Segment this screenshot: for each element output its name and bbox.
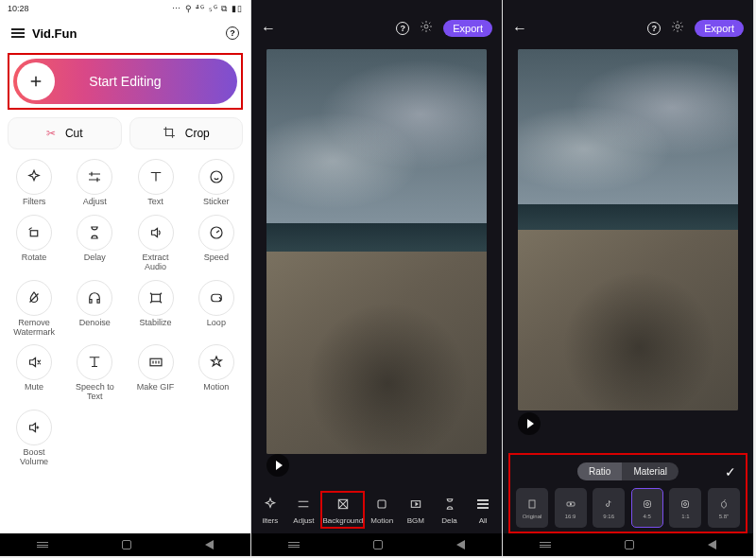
toolbar-delay[interactable]: Dela	[433, 495, 467, 525]
toolbar-label: Motion	[370, 516, 393, 525]
tool-motion[interactable]: Motion	[186, 344, 247, 402]
cut-label: Cut	[65, 127, 83, 140]
tool-denoise[interactable]: Denoise	[64, 280, 125, 338]
tool-label: Boost Volume	[20, 448, 48, 467]
nav-recent-icon[interactable]	[37, 542, 48, 548]
ratio-label: 9:16	[603, 514, 614, 519]
status-time: 10:28	[8, 4, 29, 13]
motion-icon	[374, 497, 389, 512]
nav-bar	[0, 533, 250, 556]
rotate-icon	[26, 224, 43, 241]
back-icon[interactable]: ←	[512, 20, 527, 37]
instagram-icon	[679, 498, 691, 510]
sliders-icon	[86, 168, 103, 185]
tool-label: Speed	[204, 253, 229, 263]
ratio-1-1[interactable]: 1:1	[669, 488, 701, 528]
ratio-options: Original 16:9 9:16 4:5 1:1 5.8"	[514, 488, 742, 528]
confirm-icon[interactable]: ✓	[725, 464, 736, 480]
volume-plus-icon	[26, 419, 43, 436]
tool-rotate[interactable]: Rotate	[4, 215, 64, 272]
tool-label: Denoise	[79, 319, 111, 328]
tool-label: Motion	[203, 383, 229, 392]
tool-delay[interactable]: Delay	[64, 215, 125, 272]
status-bar: 10:28 ⋯ ⚲ ⁴ᴳ ₅ᴳ ⧉ ▮▯	[0, 0, 250, 17]
hourglass-icon	[442, 497, 457, 512]
nav-back-icon[interactable]	[708, 540, 716, 549]
toolbar-filters[interactable]: ilters	[253, 495, 287, 525]
tool-label: Stabilize	[140, 319, 172, 328]
tab-material[interactable]: Material	[622, 462, 679, 480]
start-editing-button[interactable]: Start Editing	[13, 59, 237, 104]
tool-sticker[interactable]: Sticker	[186, 159, 247, 207]
nav-home-icon[interactable]	[625, 540, 634, 549]
back-icon[interactable]: ←	[261, 20, 276, 37]
tool-mute[interactable]: Mute	[4, 344, 64, 402]
play-button[interactable]	[266, 454, 289, 477]
toolbar-bgm[interactable]: BGM	[399, 495, 433, 525]
tool-filters[interactable]: Filters	[4, 159, 64, 207]
tool-speech-to-text[interactable]: Speech to Text	[64, 344, 125, 402]
nav-back-icon[interactable]	[456, 540, 465, 549]
help-icon[interactable]: ?	[226, 26, 239, 40]
export-button[interactable]: Export	[443, 20, 492, 37]
video-preview[interactable]	[518, 49, 738, 410]
svg-rect-15	[682, 500, 689, 507]
status-bar	[503, 0, 753, 11]
toolbar-label: Adjust	[293, 516, 314, 525]
start-editing-label: Start Editing	[13, 74, 237, 89]
crop-icon	[163, 126, 176, 142]
audio-out-icon	[147, 224, 164, 241]
help-icon[interactable]: ?	[647, 22, 661, 35]
tiktok-icon	[603, 498, 614, 510]
nav-back-icon[interactable]	[205, 540, 214, 549]
tool-adjust[interactable]: Adjust	[64, 159, 125, 207]
tool-text[interactable]: Text	[126, 159, 186, 207]
ratio-5-8[interactable]: 5.8"	[708, 488, 740, 528]
crop-label: Crop	[185, 127, 210, 140]
sparkle-icon	[263, 497, 278, 512]
toolbar-background[interactable]: Background	[320, 491, 365, 529]
export-button[interactable]: Export	[695, 20, 744, 37]
gif-icon	[147, 354, 164, 371]
hourglass-icon	[86, 224, 103, 241]
app-title: Vid.Fun	[32, 26, 77, 41]
play-button[interactable]	[518, 412, 541, 435]
ratio-4-5[interactable]: 4:5	[631, 488, 663, 528]
crop-button[interactable]: Crop	[129, 117, 244, 149]
cut-button[interactable]: ✂ Cut	[8, 117, 122, 149]
tool-label: Delay	[84, 253, 106, 263]
toolbar-adjust[interactable]: Adjust	[287, 495, 321, 525]
tool-stabilize[interactable]: Stabilize	[126, 280, 186, 338]
gear-icon[interactable]	[670, 19, 685, 38]
editor-header: ← ? Export	[503, 11, 753, 45]
nav-recent-icon[interactable]	[540, 542, 551, 548]
tab-ratio[interactable]: Ratio	[577, 462, 622, 480]
toolbar-motion[interactable]: Motion	[365, 495, 399, 525]
svg-point-6	[424, 25, 428, 28]
tool-boost-volume[interactable]: Boost Volume	[4, 410, 64, 467]
video-preview[interactable]	[266, 49, 487, 454]
ratio-16-9[interactable]: 16:9	[555, 488, 587, 528]
tool-make-gif[interactable]: Make GIF	[126, 344, 186, 402]
ratio-original[interactable]: Original	[516, 488, 548, 528]
toolbar-all[interactable]: All	[466, 495, 500, 525]
text-icon	[147, 168, 164, 185]
menu-icon[interactable]	[11, 28, 25, 38]
help-icon[interactable]: ?	[396, 22, 409, 35]
tool-label: Adjust	[83, 198, 107, 207]
tool-speed[interactable]: Speed	[186, 215, 247, 272]
svg-rect-13	[644, 500, 650, 507]
nav-home-icon[interactable]	[122, 540, 131, 549]
nav-home-icon[interactable]	[373, 540, 383, 549]
tool-extract-audio[interactable]: Extract Audio	[126, 215, 186, 272]
nav-bar	[503, 533, 753, 556]
toolbar-label: BGM	[407, 516, 424, 525]
nav-recent-icon[interactable]	[288, 542, 300, 548]
gear-icon[interactable]	[419, 19, 434, 38]
tool-loop[interactable]: Loop	[186, 280, 247, 338]
nav-bar	[251, 533, 502, 556]
tool-remove-watermark[interactable]: Remove Watermark	[4, 280, 64, 338]
editor-header: ← ? Export	[251, 11, 502, 45]
ratio-9-16[interactable]: 9:16	[593, 488, 625, 528]
loop-icon	[208, 289, 225, 306]
